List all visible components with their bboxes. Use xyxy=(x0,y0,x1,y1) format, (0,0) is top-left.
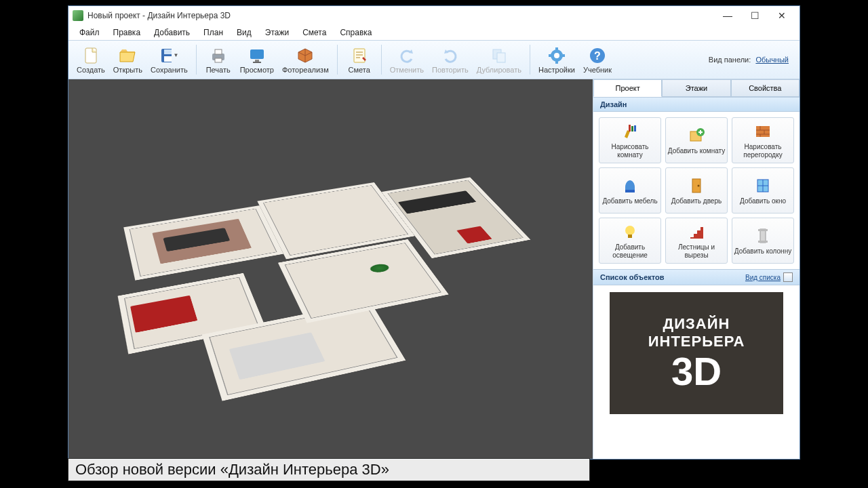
svg-rect-9 xyxy=(253,62,261,63)
add-column-button[interactable]: Добавить колонну xyxy=(732,218,794,264)
svg-rect-17 xyxy=(549,54,552,57)
draw-partition-button[interactable]: Нарисовать перегородку xyxy=(732,117,794,163)
promo-logo: ДИЗАЙН ИНТЕРЬЕРА 3D xyxy=(610,292,783,414)
add-furniture-button[interactable]: Добавить мебель xyxy=(599,167,661,214)
stairs-button[interactable]: Лестницы и вырезы xyxy=(665,218,728,264)
svg-rect-5 xyxy=(215,49,222,54)
add-light-button[interactable]: Добавить освещение xyxy=(599,218,661,264)
help-icon: ? xyxy=(588,46,607,65)
svg-rect-26 xyxy=(756,126,770,137)
tab-project[interactable]: Проект xyxy=(593,79,662,97)
panel-mode-link[interactable]: Обычный xyxy=(755,56,789,64)
undo-button[interactable]: Отменить xyxy=(386,41,428,78)
letterbox-left xyxy=(0,0,68,488)
open-button[interactable]: Открыть xyxy=(109,41,146,78)
redo-icon xyxy=(441,46,460,65)
monitor-icon xyxy=(248,46,267,65)
promo-area: ДИЗАЙН ИНТЕРЬЕРА 3D xyxy=(593,285,800,459)
add-door-button[interactable]: Добавить дверь xyxy=(665,167,728,214)
app-icon xyxy=(73,10,83,21)
svg-point-31 xyxy=(625,226,635,235)
menu-edit[interactable]: Правка xyxy=(108,26,146,39)
create-button[interactable]: Создать xyxy=(73,41,109,78)
menu-add[interactable]: Добавить xyxy=(149,26,195,39)
folder-open-icon xyxy=(118,46,137,65)
svg-rect-2 xyxy=(164,49,172,54)
tab-properties[interactable]: Свойства xyxy=(731,79,800,97)
svg-rect-8 xyxy=(255,60,259,62)
menu-file[interactable]: Файл xyxy=(74,26,105,39)
titlebar: Новый проект - Дизайн Интерьера 3D — ☐ ✕ xyxy=(68,6,800,25)
undo-icon xyxy=(397,46,416,65)
lightbulb-icon xyxy=(620,222,639,241)
svg-rect-12 xyxy=(497,53,505,62)
toolbar: Создать Открыть ▼ Сохранить Печать Просм… xyxy=(68,40,800,79)
menu-floors[interactable]: Этажи xyxy=(260,26,294,39)
panel-mode: Вид панели: Обычный xyxy=(709,56,795,64)
svg-rect-35 xyxy=(758,241,768,243)
tutorial-button[interactable]: ? Учебник xyxy=(579,41,616,78)
door-icon xyxy=(687,176,706,195)
minimize-button[interactable]: — xyxy=(714,7,741,24)
redo-button[interactable]: Повторить xyxy=(428,41,473,78)
chevron-down-icon: ▼ xyxy=(173,52,178,58)
toolbar-separator xyxy=(381,45,382,75)
toolbar-separator xyxy=(337,45,338,75)
save-button[interactable]: ▼ Сохранить xyxy=(146,41,192,78)
room-plus-icon xyxy=(687,126,706,145)
svg-text:?: ? xyxy=(594,50,601,62)
svg-rect-21 xyxy=(629,125,631,131)
duplicate-button[interactable]: Дублировать xyxy=(473,41,526,78)
settings-button[interactable]: Настройки xyxy=(534,41,579,78)
menubar: Файл Правка Добавить План Вид Этажи Смет… xyxy=(68,25,800,40)
svg-rect-10 xyxy=(354,49,365,62)
stairs-icon xyxy=(687,222,706,241)
svg-rect-3 xyxy=(164,56,172,62)
side-tabs: Проект Этажи Свойства xyxy=(593,79,800,97)
list-icon xyxy=(783,272,793,282)
brick-wall-icon xyxy=(753,122,772,141)
printer-icon xyxy=(209,46,228,65)
svg-rect-32 xyxy=(628,235,632,238)
svg-rect-18 xyxy=(561,54,565,57)
menu-help[interactable]: Справка xyxy=(334,26,377,39)
new-file-icon xyxy=(81,46,100,65)
design-tools-grid: Нарисовать комнату Добавить комнату Нари… xyxy=(593,112,800,269)
close-button[interactable]: ✕ xyxy=(768,7,795,24)
video-caption: Обзор новой версии «Дизайн Интерьера 3D» xyxy=(68,458,590,481)
menu-estimate[interactable]: Смета xyxy=(297,26,332,39)
list-view-mode-link[interactable]: Вид списка xyxy=(745,272,793,282)
side-panel: Проект Этажи Свойства Дизайн Нарисовать … xyxy=(593,79,800,459)
add-window-button[interactable]: Добавить окно xyxy=(732,167,794,214)
svg-rect-7 xyxy=(250,49,264,59)
maximize-button[interactable]: ☐ xyxy=(741,7,768,24)
menu-view[interactable]: Вид xyxy=(231,26,257,39)
viewport-3d[interactable] xyxy=(68,79,593,459)
column-icon xyxy=(753,226,772,245)
print-button[interactable]: Печать xyxy=(201,41,236,78)
svg-point-14 xyxy=(554,53,559,58)
gear-icon xyxy=(547,46,566,65)
toolbar-separator xyxy=(196,45,197,75)
toolbar-separator xyxy=(530,45,530,75)
object-list-header: Список объектов Вид списка xyxy=(593,269,800,285)
window-icon xyxy=(753,176,772,195)
chair-icon xyxy=(620,176,639,195)
window-title: Новый проект - Дизайн Интерьера 3D xyxy=(87,11,714,20)
svg-rect-15 xyxy=(555,47,558,51)
draw-room-button[interactable]: Нарисовать комнату xyxy=(599,117,661,163)
svg-rect-6 xyxy=(215,58,222,62)
estimate-button[interactable]: Смета xyxy=(342,41,377,78)
svg-rect-0 xyxy=(85,48,96,63)
tab-floors[interactable]: Этажи xyxy=(662,79,730,97)
duplicate-icon xyxy=(490,46,509,65)
add-room-button[interactable]: Добавить комнату xyxy=(665,117,728,163)
menu-plan[interactable]: План xyxy=(198,26,229,39)
floorplan-model xyxy=(77,160,593,446)
preview-button[interactable]: Просмотр xyxy=(236,41,278,78)
application-window: Новый проект - Дизайн Интерьера 3D — ☐ ✕… xyxy=(68,5,800,460)
svg-rect-23 xyxy=(634,125,636,131)
workarea: Проект Этажи Свойства Дизайн Нарисовать … xyxy=(68,79,800,459)
photorealism-button[interactable]: Фотореализм xyxy=(278,41,333,78)
svg-rect-34 xyxy=(758,229,768,231)
